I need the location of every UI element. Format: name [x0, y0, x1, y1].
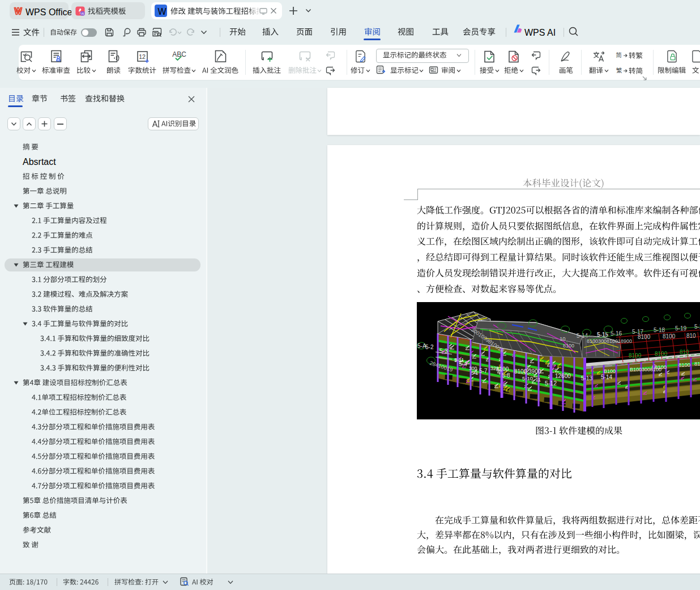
svg-text:繁: 繁 [616, 67, 622, 74]
svg-text:B100: B100 [604, 368, 616, 374]
svg-text:8100: 8100 [638, 334, 651, 340]
svg-text:5-8: 5-8 [502, 372, 510, 379]
svg-text:12: 12 [139, 53, 146, 60]
svg-text:5-3: 5-3 [439, 348, 448, 354]
svg-text:-11: -11 [533, 376, 541, 383]
svg-text:5-19: 5-19 [675, 325, 686, 332]
svg-text:10: 10 [560, 336, 566, 342]
svg-text:8100: 8100 [663, 333, 676, 339]
svg-text:5-20: 5-20 [694, 324, 700, 330]
svg-text:AI: AI [81, 12, 84, 15]
svg-text:8100: 8100 [678, 362, 690, 368]
svg-text:81: 81 [694, 360, 700, 367]
svg-text:810: 810 [686, 333, 696, 339]
svg-text:8100: 8100 [629, 353, 642, 359]
svg-text:简: 简 [616, 52, 622, 58]
svg-text:8100300810018900: 8100300810018900 [587, 338, 632, 344]
svg-text:12600: 12600 [555, 373, 571, 379]
svg-text:8100 3900: 8100 3900 [514, 368, 541, 375]
svg-text:8100: 8100 [655, 364, 667, 370]
svg-text:5-12: 5-12 [545, 380, 557, 387]
svg-text:8100: 8100 [655, 351, 668, 357]
svg-text:5-2: 5-2 [425, 344, 434, 350]
svg-text:8100: 8100 [563, 343, 574, 349]
svg-text:5-13: 5-13 [581, 375, 592, 381]
svg-text:ABC: ABC [172, 50, 186, 58]
svg-text:5-18: 5-18 [654, 327, 665, 333]
svg-text:5-10: 5-10 [522, 375, 533, 381]
svg-text:5-4: 5-4 [459, 361, 467, 367]
svg-text:5-1: 5-1 [471, 370, 479, 376]
svg-text:5-14: 5-14 [601, 374, 612, 380]
svg-text:8100: 8100 [496, 366, 509, 372]
svg-text:5-7: 5-7 [479, 368, 488, 374]
svg-text:5-16: 5-16 [611, 330, 622, 337]
svg-text:810: 810 [680, 349, 689, 355]
